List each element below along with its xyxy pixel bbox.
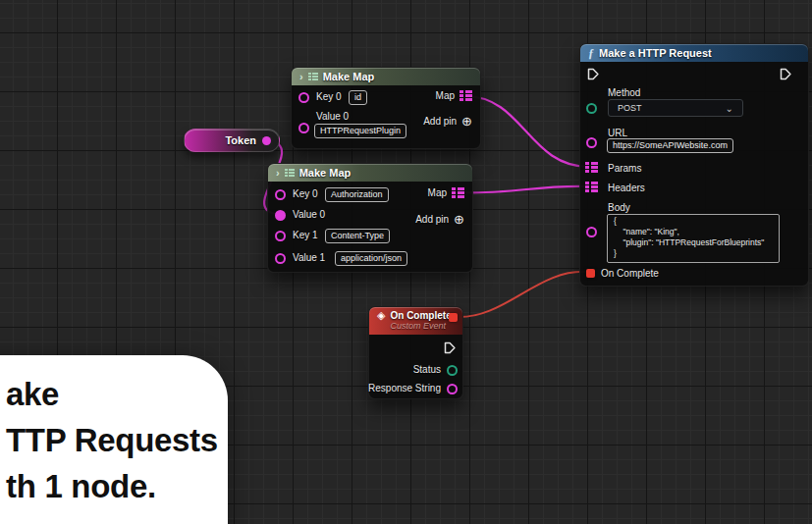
params-label: Params — [608, 163, 641, 174]
url-input[interactable]: https://SomeAPIWebsite.com — [607, 138, 733, 153]
response-string-label: Response String — [368, 383, 441, 393]
caption-card: ake TTP Requests th 1 node. — [0, 355, 228, 524]
value0-pin[interactable] — [275, 210, 286, 221]
wire-map2-to-headers[interactable] — [458, 186, 589, 193]
key1-pin[interactable] — [275, 231, 286, 241]
map-pin-icon[interactable] — [452, 187, 464, 198]
node-header[interactable]: › Make Map — [268, 164, 472, 182]
status-label: Status — [413, 364, 441, 375]
method-value: POST — [618, 103, 642, 113]
wire-map1-to-params[interactable] — [465, 96, 589, 167]
map-output-label: Map — [428, 187, 447, 198]
headers-pin-icon[interactable] — [585, 182, 598, 192]
value1-label: Value 1 — [293, 252, 325, 263]
key0-label: Key 0 — [293, 188, 318, 199]
key0-pin[interactable] — [275, 189, 286, 200]
wire-event-to-oncomplete[interactable] — [456, 272, 588, 317]
make-map-icon: › — [299, 72, 303, 81]
value0-label: Value 0 — [316, 111, 349, 122]
on-complete-delegate-pin[interactable] — [586, 269, 595, 278]
map-header-icon — [308, 73, 318, 81]
node-title: Make Map — [299, 167, 352, 179]
node-header[interactable]: › Make Map — [292, 68, 480, 85]
exec-in-pin[interactable] — [587, 68, 600, 80]
add-pin-label: Add pin — [423, 116, 457, 127]
token-variable-node[interactable]: Token — [184, 129, 280, 152]
circled-plus-icon[interactable]: ⊕ — [461, 115, 472, 128]
add-pin-button[interactable]: Add pin ⊕ — [415, 213, 464, 226]
node-header[interactable]: ƒ Make a HTTP Request — [580, 44, 808, 62]
on-complete-label: On Complete — [601, 268, 659, 279]
chevron-down-icon: ⌄ — [726, 103, 733, 114]
response-string-pin[interactable] — [447, 384, 458, 394]
body-pin[interactable] — [586, 227, 597, 237]
function-icon: ƒ — [588, 46, 594, 61]
value1-pin[interactable] — [275, 253, 286, 264]
node-title: On Complete — [390, 310, 451, 321]
caption-line-3: th 1 node. — [6, 463, 218, 509]
key0-label: Key 0 — [316, 91, 342, 102]
method-dropdown[interactable]: POST ⌄ — [608, 99, 743, 117]
token-output-pin[interactable] — [262, 136, 271, 145]
circled-plus-icon[interactable]: ⊕ — [454, 213, 464, 226]
map-output-label: Map — [436, 90, 455, 101]
node-title: Make a HTTP Request — [599, 47, 712, 59]
headers-label: Headers — [608, 183, 645, 193]
key1-label: Key 1 — [293, 230, 318, 240]
add-pin-button[interactable]: Add pin ⊕ — [423, 115, 472, 128]
caption-line-2: TTP Requests — [6, 417, 218, 463]
method-label: Method — [608, 87, 640, 98]
status-pin[interactable] — [447, 365, 458, 376]
value0-label: Value 0 — [293, 209, 325, 220]
method-pin[interactable] — [586, 103, 597, 114]
map-pin-icon[interactable] — [460, 90, 472, 101]
node-subtitle: Custom Event — [390, 321, 451, 332]
map-output[interactable]: Map — [436, 90, 472, 101]
custom-event-icon: ◈ — [377, 310, 385, 321]
value0-pin[interactable] — [298, 123, 309, 133]
caption-line-1: ake — [6, 371, 218, 417]
url-label: URL — [608, 128, 627, 138]
value1-input[interactable]: application/json — [335, 251, 407, 266]
body-input[interactable]: { "name": "King", "plugin": "HTTPRequest… — [607, 214, 780, 263]
token-label: Token — [225, 134, 256, 146]
params-pin-icon[interactable] — [585, 162, 598, 173]
exec-out-pin[interactable] — [780, 68, 792, 80]
caption-text: ake TTP Requests th 1 node. — [6, 371, 218, 509]
url-pin[interactable] — [586, 137, 597, 148]
on-complete-event-node[interactable]: ◈ On Complete Custom Event Status Respon… — [368, 306, 463, 399]
node-title: Make Map — [323, 71, 375, 82]
make-map-node-2[interactable]: › Make Map Key 0 Authorization Value 0 K… — [267, 163, 473, 273]
map-output[interactable]: Map — [428, 187, 464, 198]
exec-out-pin[interactable] — [444, 341, 457, 354]
http-request-node[interactable]: ƒ Make a HTTP Request Method POST ⌄ URL … — [579, 43, 809, 287]
map-header-icon — [285, 169, 295, 178]
key1-input[interactable]: Content-Type — [325, 229, 390, 243]
make-map-node-1[interactable]: › Make Map Key 0 id Value 0 HTTPRequestP… — [291, 67, 481, 149]
make-map-icon: › — [276, 168, 280, 178]
value0-input[interactable]: HTTPRequestPlugin — [314, 124, 406, 138]
blueprint-canvas[interactable]: › Make Map Key 0 id Value 0 HTTPRequestP… — [0, 0, 812, 524]
key0-input[interactable]: Authorization — [325, 187, 389, 202]
add-pin-label: Add pin — [415, 214, 449, 225]
body-label: Body — [608, 202, 630, 213]
key0-pin[interactable] — [298, 92, 309, 103]
key0-input[interactable]: id — [349, 90, 367, 105]
event-delegate-pin[interactable] — [449, 313, 458, 322]
